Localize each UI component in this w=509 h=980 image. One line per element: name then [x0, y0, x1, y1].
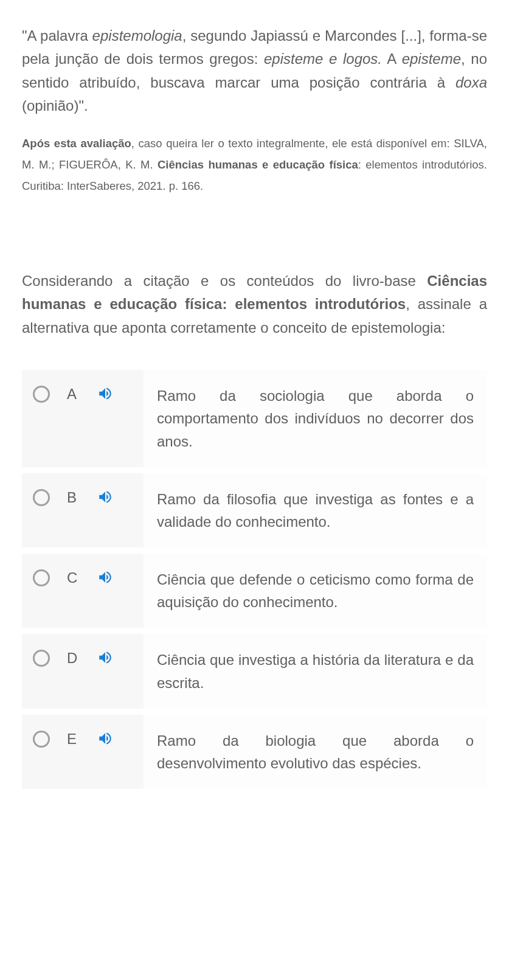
radio-button-e[interactable] — [33, 731, 50, 748]
option-text-b: Ramo da filosofia que investiga as fonte… — [144, 473, 487, 547]
quotation-paragraph: "A palavra epistemologia, segundo Japias… — [22, 24, 487, 118]
quote-italic-4: doxa — [455, 74, 487, 91]
audio-icon[interactable] — [97, 731, 113, 746]
quote-italic-2: episteme e logos. — [264, 50, 382, 67]
option-letter: D — [67, 650, 80, 667]
quote-text: (opinião)". — [22, 97, 88, 114]
option-letter: B — [67, 489, 80, 506]
options-list: A Ramo da sociologia que aborda o compor… — [22, 370, 487, 789]
option-controls: A — [22, 370, 144, 467]
radio-button-d[interactable] — [33, 650, 50, 667]
option-controls: E — [22, 715, 144, 789]
option-letter: A — [67, 386, 80, 403]
option-row-c: C Ciência que defende o ceticismo como f… — [22, 554, 487, 628]
quote-italic-1: epistemologia — [92, 27, 182, 44]
reference-bold-2: Ciências humanas e educação física — [158, 158, 358, 171]
reference-bold-1: Após esta avaliação — [22, 137, 131, 150]
option-controls: B — [22, 473, 144, 547]
audio-icon[interactable] — [97, 569, 113, 585]
option-text-e: Ramo da biologia que aborda o desenvolvi… — [144, 715, 487, 789]
option-row-b: B Ramo da filosofia que investiga as fon… — [22, 473, 487, 547]
question-text: Considerando a citação e os conteúdos do… — [22, 273, 427, 289]
option-row-d: D Ciência que investiga a história da li… — [22, 634, 487, 708]
option-row-e: E Ramo da biologia que aborda o desenvol… — [22, 715, 487, 789]
audio-icon[interactable] — [97, 386, 113, 401]
radio-button-a[interactable] — [33, 386, 50, 403]
quote-text: "A palavra — [22, 27, 92, 44]
radio-button-b[interactable] — [33, 489, 50, 506]
quote-text: A — [382, 50, 402, 67]
option-text-c: Ciência que defende o ceticismo como for… — [144, 554, 487, 628]
audio-icon[interactable] — [97, 650, 113, 665]
option-text-a: Ramo da sociologia que aborda o comporta… — [144, 370, 487, 467]
option-controls: C — [22, 554, 144, 628]
quote-italic-3: episteme — [402, 50, 461, 67]
option-letter: E — [67, 731, 80, 748]
option-controls: D — [22, 634, 144, 708]
radio-button-c[interactable] — [33, 569, 50, 586]
option-row-a: A Ramo da sociologia que aborda o compor… — [22, 370, 487, 467]
option-text-d: Ciência que investiga a história da lite… — [144, 634, 487, 708]
audio-icon[interactable] — [97, 489, 113, 505]
reference-paragraph: Após esta avaliação, caso queira ler o t… — [22, 133, 487, 196]
question-prompt: Considerando a citação e os conteúdos do… — [22, 269, 487, 339]
option-letter: C — [67, 569, 80, 586]
